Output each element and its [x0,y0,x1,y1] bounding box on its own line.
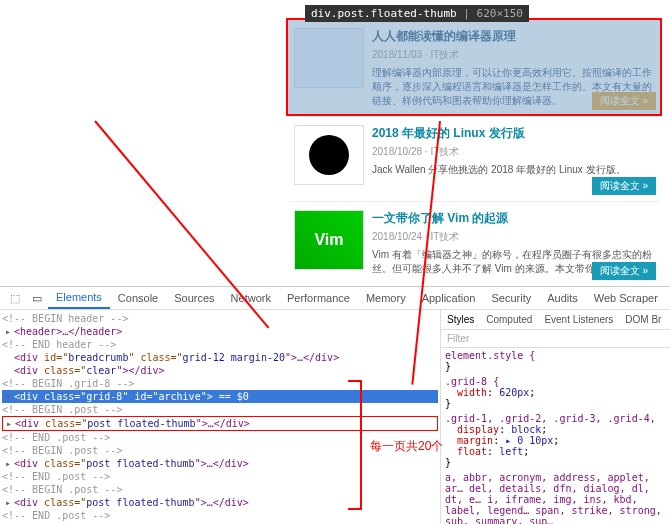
styles-tab[interactable]: Styles [441,310,480,329]
element-tooltip: div.post.floated-thumb | 620×150 [305,5,529,22]
inspect-highlight [286,18,662,116]
post-item[interactable]: 2018 年最好的 Linux 发行版 2018/10/28 · IT技术 Ja… [290,117,660,202]
inspect-icon[interactable]: ⬚ [4,288,26,309]
tab-elements[interactable]: Elements [48,287,110,309]
dom-breakpoints-tab[interactable]: DOM Br [619,310,667,329]
styles-pane: Styles Computed Event Listeners DOM Br F… [440,310,670,524]
annotation-brace [348,380,362,510]
post-title[interactable]: 一文带你了解 Vim 的起源 [372,210,656,227]
post-excerpt: Jack Wallen 分享他挑选的 2018 年最好的 Linux 发行版。 [372,163,656,177]
post-meta: 2018/10/28 · IT技术 [372,145,656,159]
event-listeners-tab[interactable]: Event Listeners [538,310,619,329]
tab-webscraper[interactable]: Web Scraper [586,288,666,308]
devtools-panel: ⬚ ▭ Elements Console Sources Network Per… [0,286,670,524]
post-meta: 2018/10/24 · IT技术 [372,230,656,244]
dom-selected-node[interactable]: ▾<div class="grid-8" id="archive"> == $0 [2,390,438,403]
post-thumbnail [294,125,364,185]
devtools-tabs: ⬚ ▭ Elements Console Sources Network Per… [0,287,670,310]
dom-highlighted-node[interactable]: ▸<div class="post floated-thumb">…</div> [2,416,438,431]
tab-console[interactable]: Console [110,288,166,308]
post-thumbnail: Vim [294,210,364,270]
tab-audits[interactable]: Audits [539,288,586,308]
post-item[interactable]: Vim 一文带你了解 Vim 的起源 2018/10/24 · IT技术 Vim… [290,202,660,287]
post-title[interactable]: 2018 年最好的 Linux 发行版 [372,125,656,142]
tab-performance[interactable]: Performance [279,288,358,308]
device-icon[interactable]: ▭ [26,288,48,309]
tab-application[interactable]: Application [414,288,484,308]
dom-tree[interactable]: <!-- BEGIN header --> ▸<header>…</header… [0,310,440,524]
css-rules[interactable]: element.style {} .grid-8 { width: 620px;… [441,348,670,524]
tab-memory[interactable]: Memory [358,288,414,308]
tab-sources[interactable]: Sources [166,288,222,308]
computed-tab[interactable]: Computed [480,310,538,329]
readmore-button[interactable]: 阅读全文 » [592,262,656,280]
styles-filter[interactable]: Filter [441,330,670,348]
tab-security[interactable]: Security [483,288,539,308]
readmore-button[interactable]: 阅读全文 » [592,177,656,195]
annotation-text: 每一页共20个 [370,438,443,455]
